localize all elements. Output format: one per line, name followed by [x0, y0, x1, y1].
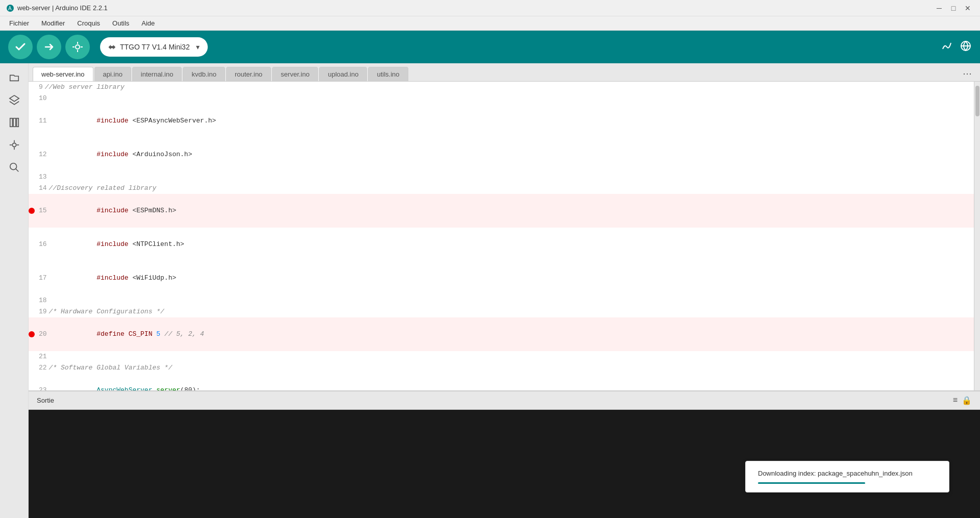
code-line-13: 13 — [29, 171, 974, 183]
close-button[interactable]: ✕ — [962, 2, 974, 14]
toast-notification: Downloading index: package_spacehuhn_ind… — [745, 461, 949, 492]
line-number-19: 19 — [37, 306, 49, 317]
sidebar-item-search[interactable] — [4, 157, 24, 178]
breakpoint-20[interactable] — [29, 331, 35, 337]
line-number-18: 18 — [37, 295, 49, 306]
line-number-11: 11 — [37, 115, 49, 127]
code-line-11: 11 #include <ESPAsyncWebServer.h> — [29, 104, 974, 138]
code-line-12: 12 #include <ArduinoJson.h> — [29, 138, 974, 171]
svg-text:A: A — [8, 6, 12, 11]
no-breakpoint-10 — [29, 95, 35, 102]
serial-monitor-button[interactable] — [960, 40, 972, 55]
line-content-23: AsyncWebServer server(80); — [49, 374, 974, 390]
code-line-20: 20 #define CS_PIN 5 // 5, 2, 4 — [29, 317, 974, 351]
left-sidebar — [0, 63, 29, 518]
line-number-23: 23 — [37, 385, 49, 390]
svg-rect-9 — [10, 118, 12, 127]
line-number-20: 20 — [37, 329, 49, 340]
menu-bar: Fichier Modifier Croquis Outils Aide — [0, 16, 980, 31]
no-breakpoint-9 — [29, 84, 35, 90]
tab-api-ino[interactable]: api.ino — [94, 67, 131, 81]
code-line-9: 9 //Web server library — [29, 82, 974, 93]
editor-scrollbar[interactable] — [974, 82, 980, 390]
code-line-18: 18 — [29, 295, 974, 306]
output-title: Sortie — [37, 397, 54, 404]
toast-progress-bar — [758, 482, 865, 484]
code-line-16: 16 #include <NTPClient.h> — [29, 228, 974, 261]
line-number-12: 12 — [37, 149, 49, 160]
no-breakpoint-11 — [29, 118, 35, 124]
app-icon: A — [6, 4, 14, 12]
editor-area: web-server.ino api.ino internal.ino kvdb… — [29, 63, 980, 518]
sidebar-item-layers[interactable] — [4, 90, 24, 110]
upload-button[interactable] — [37, 35, 61, 59]
window-controls: ─ □ ✕ — [933, 2, 974, 14]
code-line-10: 10 — [29, 93, 974, 104]
breakpoint-15[interactable] — [29, 208, 35, 214]
tab-utils-ino[interactable]: utils.ino — [368, 67, 408, 81]
code-line-22: 22 /* Software Global Variables */ — [29, 362, 974, 374]
tab-bar: web-server.ino api.ino internal.ino kvdb… — [29, 63, 980, 82]
board-name: TTGO T7 V1.4 Mini32 — [120, 43, 190, 51]
line-number-13: 13 — [37, 171, 49, 183]
usb-icon: ⬌ — [108, 41, 116, 53]
title-bar: A web-server | Arduino IDE 2.2.1 ─ □ ✕ — [0, 0, 980, 16]
line-content-17: #include <WiFiUdp.h> — [49, 261, 974, 295]
menu-fichier[interactable]: Fichier — [4, 18, 34, 28]
tab-kvdb-ino[interactable]: kvdb.ino — [183, 67, 225, 81]
line-content-16: #include <NTPClient.h> — [49, 228, 974, 261]
menu-modifier[interactable]: Modifier — [36, 18, 70, 28]
svg-point-12 — [12, 143, 16, 146]
line-content-14: //Discovery related library — [49, 183, 974, 194]
svg-rect-11 — [16, 118, 18, 127]
more-tabs-button[interactable]: ⋯ — [959, 66, 976, 81]
line-content-22: /* Software Global Variables */ — [49, 362, 974, 374]
tab-upload-ino[interactable]: upload.ino — [319, 67, 367, 81]
line-number-15: 15 — [37, 205, 49, 216]
no-breakpoint-12 — [29, 152, 35, 158]
output-header-right: ≡ 🔒 — [953, 396, 972, 405]
code-editor[interactable]: 9 //Web server library 10 11 #include <E… — [29, 82, 980, 390]
scroll-thumb — [975, 86, 979, 116]
no-breakpoint-22 — [29, 365, 35, 371]
output-header: Sortie ≡ 🔒 — [29, 391, 980, 410]
lock-output-button[interactable]: 🔒 — [962, 396, 972, 405]
tab-web-server-ino[interactable]: web-server.ino — [33, 67, 93, 81]
debug-button[interactable] — [65, 35, 90, 59]
tab-server-ino[interactable]: server.ino — [272, 67, 318, 81]
line-content-19: /* Hardware Configurations */ — [49, 306, 974, 317]
serial-plotter-button[interactable] — [941, 40, 953, 55]
svg-point-17 — [10, 163, 16, 170]
line-number-16: 16 — [37, 239, 49, 250]
verify-button[interactable] — [8, 35, 33, 59]
svg-rect-10 — [13, 118, 16, 127]
no-breakpoint-14 — [29, 185, 35, 191]
code-line-19: 19 /* Hardware Configurations */ — [29, 306, 974, 317]
tab-internal-ino[interactable]: internal.ino — [132, 67, 182, 81]
no-breakpoint-18 — [29, 298, 35, 304]
line-content-9: //Web server library — [45, 82, 974, 93]
no-breakpoint-13 — [29, 174, 35, 180]
minimize-button[interactable]: ─ — [933, 2, 945, 14]
no-breakpoint-16 — [29, 241, 35, 248]
no-breakpoint-19 — [29, 309, 35, 315]
window-title: web-server | Arduino IDE 2.2.1 — [17, 4, 108, 12]
board-selector[interactable]: ⬌ TTGO T7 V1.4 Mini32 ▾ — [100, 37, 208, 57]
sidebar-item-folder[interactable] — [4, 67, 24, 88]
line-number-21: 21 — [37, 351, 49, 362]
clear-output-button[interactable]: ≡ — [953, 396, 958, 405]
tab-router-ino[interactable]: router.ino — [226, 67, 271, 81]
menu-croquis[interactable]: Croquis — [72, 18, 105, 28]
toolbar-right — [941, 40, 972, 55]
no-breakpoint-21 — [29, 354, 35, 360]
maximize-button[interactable]: □ — [947, 2, 960, 14]
main-content: web-server.ino api.ino internal.ino kvdb… — [0, 63, 980, 518]
svg-line-18 — [15, 169, 18, 172]
menu-outils[interactable]: Outils — [107, 18, 134, 28]
svg-point-2 — [76, 45, 80, 49]
code-line-23: 23 AsyncWebServer server(80); — [29, 374, 974, 390]
menu-aide[interactable]: Aide — [136, 18, 160, 28]
sidebar-item-boards[interactable] — [4, 135, 24, 155]
toolbar: ⬌ TTGO T7 V1.4 Mini32 ▾ — [0, 31, 980, 63]
sidebar-item-library[interactable] — [4, 112, 24, 133]
